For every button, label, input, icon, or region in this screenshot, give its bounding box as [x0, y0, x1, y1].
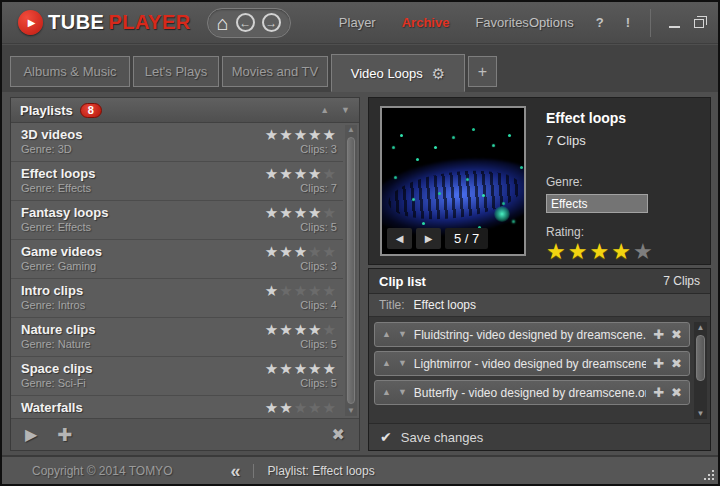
remove-clip-icon[interactable]: ✖	[671, 386, 682, 399]
alert-button[interactable]: !	[626, 15, 630, 30]
playlist-genre: Genre: 3D	[21, 143, 72, 155]
tab-movies-tv[interactable]: Movies and TV	[222, 56, 328, 87]
playlist-title: Effect loops	[21, 166, 95, 181]
scroll-down-icon[interactable]: ▼	[347, 406, 355, 416]
scroll-up-icon[interactable]: ▲	[347, 125, 355, 135]
star-icon[interactable]: ★	[589, 241, 611, 263]
star-icon: ★	[279, 283, 293, 298]
playlists-list: 3D videos★★★★★ Genre: 3DClips: 3 Effect …	[11, 123, 359, 418]
playlist-clips: Clips: 7	[300, 182, 337, 194]
star-icon: ★	[294, 400, 308, 415]
sort-down-icon[interactable]: ▼	[341, 106, 350, 115]
tab-lets-plays[interactable]: Let's Plays	[133, 56, 219, 87]
window-controls: ✕	[650, 9, 720, 37]
clip-item[interactable]: ▲ ▼ Lightmirror - video designed by drea…	[374, 351, 690, 376]
detail-panel: ◀ ▶ 5 / 7 Effect loops 7 Clips Genre: Ra…	[368, 97, 711, 451]
titlebar-right: Options ? ! ✕	[529, 9, 720, 37]
star-icon: ★	[265, 244, 279, 259]
playlist-item[interactable]: Intro clips★★★★★ Genre: IntrosClips: 4	[11, 279, 343, 318]
clip-list-scrollbar[interactable]: ▲ ▼	[694, 322, 707, 419]
clip-item[interactable]: ▲ ▼ Fluidstring- video designed by dream…	[374, 322, 690, 347]
star-icon: ★	[294, 127, 308, 142]
move-down-icon[interactable]: ▼	[398, 359, 407, 368]
star-icon: ★	[265, 127, 279, 142]
move-up-icon[interactable]: ▲	[382, 330, 391, 339]
rating-stars-icon: ★★★★★	[265, 322, 337, 337]
rating-stars-input[interactable]: ★★★★★	[546, 241, 698, 263]
resize-grip[interactable]	[702, 468, 714, 480]
playlist-item[interactable]: Space clips★★★★★ Genre: Sci-FiClips: 5	[11, 357, 343, 396]
next-clip-icon[interactable]: ▶	[416, 228, 441, 249]
star-icon[interactable]: ★	[633, 241, 655, 263]
menu-item-favorites[interactable]: Favorites	[475, 15, 528, 30]
save-changes-button[interactable]: ✔ Save changes	[369, 423, 710, 450]
move-down-icon[interactable]: ▼	[398, 330, 407, 339]
playlists-scrollbar[interactable]: ▲ ▼	[345, 125, 357, 416]
playlist-title: Intro clips	[21, 283, 83, 298]
move-up-icon[interactable]: ▲	[382, 359, 391, 368]
clip-item[interactable]: ▲ ▼ Butterfly - video designed by dreams…	[374, 380, 690, 405]
star-icon: ★	[323, 283, 337, 298]
star-icon: ★	[265, 283, 279, 298]
playlist-item[interactable]: Waterfalls★★★★★	[11, 396, 343, 418]
prev-clip-icon[interactable]: ◀	[387, 228, 412, 249]
star-icon: ★	[265, 361, 279, 376]
minimize-icon[interactable]	[669, 26, 680, 28]
options-button[interactable]: Options	[529, 15, 574, 30]
tab-video-loops[interactable]: Video Loops ⚙	[331, 54, 465, 92]
scrollbar-thumb[interactable]	[696, 335, 705, 381]
move-up-icon[interactable]: ▲	[382, 388, 391, 397]
playlist-clips: Clips: 4	[300, 299, 337, 311]
playlist-title: Waterfalls	[21, 400, 83, 415]
menu-item-player[interactable]: Player	[339, 15, 376, 30]
help-button[interactable]: ?	[596, 15, 604, 30]
scroll-down-icon[interactable]: ▼	[697, 408, 705, 419]
playlist-item[interactable]: Fantasy loops★★★★★ Genre: EffectsClips: …	[11, 201, 343, 240]
clip-list-count: 7 Clips	[663, 274, 700, 288]
status-bar: Copyright © 2014 TOMYO « Playlist: Effec…	[2, 455, 718, 484]
delete-playlist-icon[interactable]: ✖	[332, 427, 345, 443]
gear-icon[interactable]: ⚙	[432, 66, 445, 81]
forward-icon[interactable]: →	[262, 13, 281, 32]
current-playlist-text: Playlist: Effect loops	[267, 464, 374, 478]
main-menu: Player Archive Favorites	[339, 15, 529, 30]
home-icon[interactable]: ⌂	[217, 13, 229, 33]
detail-clip-count: 7 Clips	[546, 133, 698, 148]
move-down-icon[interactable]: ▼	[398, 388, 407, 397]
remove-clip-icon[interactable]: ✖	[671, 328, 682, 341]
app-title-tube: TUBE	[48, 11, 104, 33]
detail-title: Effect loops	[546, 110, 698, 126]
clip-label: Butterfly - video designed by dreamscene…	[414, 386, 646, 400]
add-tab-button[interactable]: +	[468, 56, 497, 87]
play-logo-icon: ▶	[18, 10, 43, 35]
playlist-item[interactable]: Game videos★★★★★ Genre: GamingClips: 3	[11, 240, 343, 279]
star-icon[interactable]: ★	[546, 241, 568, 263]
add-clip-icon[interactable]: ✚	[653, 328, 664, 341]
add-clip-icon[interactable]: ✚	[653, 357, 664, 370]
star-icon: ★	[294, 283, 308, 298]
add-clip-icon[interactable]: ✚	[653, 386, 664, 399]
scroll-up-icon[interactable]: ▲	[697, 322, 705, 333]
rating-stars-icon: ★★★★★	[265, 361, 337, 376]
sort-controls: ▲ ▼	[320, 106, 350, 115]
add-playlist-icon[interactable]: ✚	[57, 426, 72, 444]
restore-icon[interactable]	[694, 19, 704, 28]
star-icon[interactable]: ★	[568, 241, 590, 263]
star-icon: ★	[308, 283, 322, 298]
star-icon: ★	[265, 400, 279, 415]
genre-input[interactable]	[546, 194, 648, 213]
star-icon[interactable]: ★	[611, 241, 633, 263]
tab-albums-music[interactable]: Albums & Music	[10, 56, 130, 87]
playlist-item[interactable]: Nature clips★★★★★ Genre: NatureClips: 5	[11, 318, 343, 357]
scrollbar-thumb[interactable]	[347, 137, 355, 404]
playlist-item[interactable]: Effect loops★★★★★ Genre: EffectsClips: 7	[11, 162, 343, 201]
menu-item-archive[interactable]: Archive	[402, 15, 450, 30]
play-icon[interactable]: ▶	[25, 427, 37, 443]
back-icon[interactable]: ←	[236, 13, 255, 32]
remove-clip-icon[interactable]: ✖	[671, 357, 682, 370]
collapse-chevrons-icon[interactable]: «	[230, 462, 240, 480]
playlist-item[interactable]: 3D videos★★★★★ Genre: 3DClips: 3	[11, 123, 343, 162]
sort-up-icon[interactable]: ▲	[320, 106, 329, 115]
star-icon: ★	[323, 400, 337, 415]
star-icon: ★	[308, 322, 322, 337]
